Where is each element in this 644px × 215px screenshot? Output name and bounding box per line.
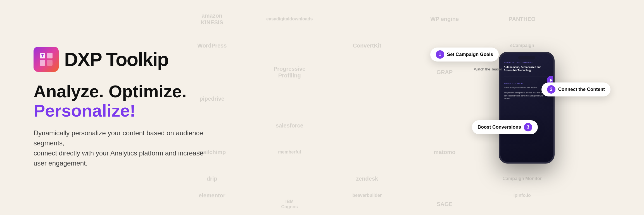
callout-label-2: Connect the Content — [558, 87, 605, 92]
callout-label-3: Boost Conversions — [477, 124, 521, 130]
bg-logo-ipinfo: ipinfo.io — [514, 193, 531, 198]
hero-section: amazonKINESIS easydigitaldownloads WP en… — [0, 0, 644, 215]
watch-teaser: Watch the Teaser — [474, 67, 502, 71]
phone-container: RETHINKING CARE STANDARDS Autonomous, Pe… — [499, 52, 555, 164]
bg-logo-convertkit: ConvertKit — [353, 42, 381, 49]
bg-logo-matomo: matomo — [434, 149, 455, 155]
bg-logo-memberful: memberful — [278, 149, 301, 155]
bg-logo-wpengine: WP engine — [430, 16, 459, 22]
bg-logo-pantheo: PANTHEO — [509, 16, 536, 22]
svg-text:T: T — [41, 53, 44, 58]
play-icon — [550, 78, 553, 82]
callout-label-1: Set Campaign Goals — [447, 52, 493, 57]
logo-icon: T — [34, 47, 59, 72]
bg-logo-salesforce: salesforce — [276, 122, 303, 129]
bg-logo-drip: drip — [207, 175, 217, 182]
phone-care-label: RETHINKING CARE STANDARDS — [504, 62, 550, 63]
bg-logo-edd: easydigitaldownloads — [266, 16, 313, 22]
phone-notch — [518, 56, 535, 60]
phone-divider1 — [504, 77, 550, 77]
phone-screen: RETHINKING CARE STANDARDS Autonomous, Pe… — [500, 53, 553, 162]
svg-rect-2 — [40, 60, 45, 66]
callout-bubble-3: Boost Conversions 3 — [472, 120, 538, 134]
callout-number-2: 2 — [547, 85, 555, 94]
bg-logo-ecampaign: eCampaign — [510, 43, 534, 48]
bg-logo-elementor: elementor — [199, 192, 225, 199]
bg-logo-ibm: IBMCognos — [281, 199, 298, 209]
callout-bubble-2: 2 Connect the Content — [541, 82, 610, 96]
subtext-line1: Dynamically personalize your content bas… — [34, 129, 203, 147]
bg-logo-beaverbuilder: beaverbuilder — [352, 193, 382, 198]
logo-row: T DXP Toolkip — [34, 47, 210, 72]
logo-svg: T — [39, 52, 54, 67]
phone-heading: Autonomous, Personalized and Accessible … — [504, 66, 550, 72]
phone-mission-label: MISSION STATEMENT — [504, 82, 550, 84]
bg-logos: amazonKINESIS easydigitaldownloads WP en… — [168, 0, 644, 215]
left-content: T DXP Toolkip Analyze. Optimize. Persona… — [0, 47, 210, 168]
callout-bubble-1: 1 Set Campaign Goals — [430, 48, 499, 62]
bg-logo-sage: SAGE — [437, 201, 453, 207]
svg-rect-1 — [47, 53, 53, 58]
subtext: Dynamically personalize your content bas… — [34, 128, 210, 168]
headline-part1: Analyze. Optimize. — [34, 82, 187, 101]
bg-logo-amazon: amazonKINESIS — [201, 12, 223, 26]
callout-number-3: 3 — [524, 123, 532, 131]
svg-rect-3 — [47, 60, 53, 66]
bg-logo-progressive: ProgressiveProfiling — [274, 65, 306, 79]
subtext-line2: connect directly with your Analytics pla… — [34, 149, 203, 167]
headline-part2: Personalize! — [34, 101, 136, 120]
callout-number-1: 1 — [436, 50, 444, 59]
bg-logo-zendesk: zendesk — [356, 175, 378, 182]
phone-mockup: RETHINKING CARE STANDARDS Autonomous, Pe… — [499, 52, 555, 164]
logo-name: DXP Toolkip — [64, 50, 168, 69]
bg-logo-campaign-monitor: Campaign Monitor — [503, 176, 542, 181]
bg-logo-grap: GRAP — [436, 69, 453, 75]
headline: Analyze. Optimize. Personalize! — [34, 82, 210, 120]
